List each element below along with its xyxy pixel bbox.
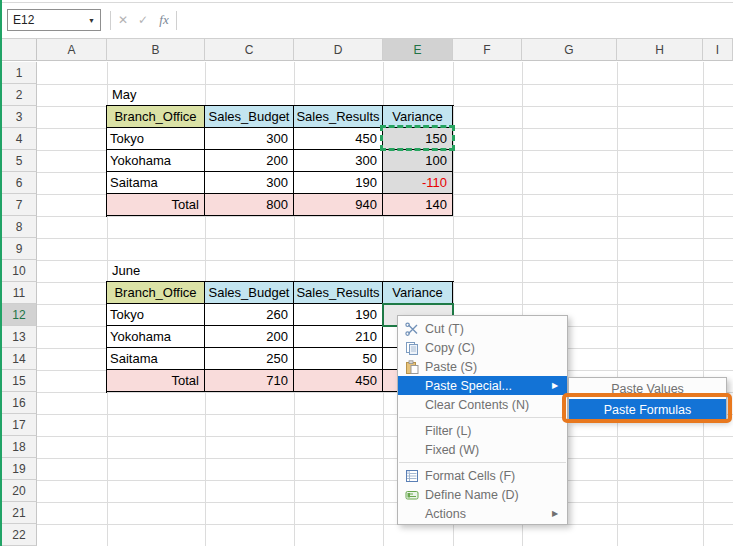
cell-B15[interactable]: Total xyxy=(107,370,205,392)
name-box[interactable]: E12 ▼ xyxy=(7,9,101,31)
row-header-5[interactable]: 5 xyxy=(2,150,37,172)
gridline xyxy=(37,458,733,459)
col-header-A[interactable]: A xyxy=(37,39,107,61)
col-header-I[interactable]: I xyxy=(703,39,733,61)
row-header-14[interactable]: 14 xyxy=(2,348,37,370)
row-header-19[interactable]: 19 xyxy=(2,458,37,480)
cell-C15[interactable]: 710 xyxy=(205,370,294,392)
cell-C7[interactable]: 800 xyxy=(205,194,294,216)
cell-E6[interactable]: -110 xyxy=(383,172,453,194)
row-header-2[interactable]: 2 xyxy=(2,84,37,106)
header-cell-E11[interactable]: Variance xyxy=(383,282,453,304)
cell-B6[interactable]: Saitama xyxy=(107,172,205,194)
menu-separator xyxy=(399,417,566,418)
menu-item-label: Fixed (W) xyxy=(425,443,552,457)
formula-bar[interactable] xyxy=(177,9,731,31)
cell-D14[interactable]: 50 xyxy=(294,348,383,370)
header-cell-B11[interactable]: Branch_Office xyxy=(107,282,205,304)
col-header-G[interactable]: G xyxy=(522,39,617,61)
cell-D5[interactable]: 300 xyxy=(294,150,383,172)
col-header-E[interactable]: E xyxy=(383,39,453,61)
cell-D4[interactable]: 450 xyxy=(294,128,383,150)
row-header-8[interactable]: 8 xyxy=(2,216,37,238)
row-header-7[interactable]: 7 xyxy=(2,194,37,216)
cell-C4[interactable]: 300 xyxy=(205,128,294,150)
cell-D12[interactable]: 190 xyxy=(294,304,383,326)
chevron-down-icon[interactable]: ▼ xyxy=(88,17,100,24)
menu-item-clear-contents-n[interactable]: Clear Contents (N) xyxy=(398,395,567,414)
menu-item-actions[interactable]: Actions▶ xyxy=(398,504,567,523)
col-header-F[interactable]: F xyxy=(453,39,522,61)
select-all-corner[interactable] xyxy=(2,39,37,61)
cell-B14[interactable]: Saitama xyxy=(107,348,205,370)
menu-item-label: Cut (T) xyxy=(425,322,552,336)
gridline xyxy=(37,84,733,85)
cell-D15[interactable]: 450 xyxy=(294,370,383,392)
menu-item-label: Copy (C) xyxy=(425,341,552,355)
header-cell-B3[interactable]: Branch_Office xyxy=(107,106,205,128)
menu-item-paste-special[interactable]: Paste Special...▶ xyxy=(398,376,567,395)
menu-item-cut-t[interactable]: Cut (T) xyxy=(398,319,567,338)
row-header-15[interactable]: 15 xyxy=(2,370,37,392)
col-header-B[interactable]: B xyxy=(107,39,205,61)
row-header-16[interactable]: 16 xyxy=(2,392,37,414)
menu-item-filter-l[interactable]: Filter (L) xyxy=(398,421,567,440)
cell-C12[interactable]: 260 xyxy=(205,304,294,326)
cell-D13[interactable]: 210 xyxy=(294,326,383,348)
cell-B4[interactable]: Tokyo xyxy=(107,128,205,150)
cell-B12[interactable]: Tokyo xyxy=(107,304,205,326)
row-header-12[interactable]: 12 xyxy=(2,304,37,326)
cell-D7[interactable]: 940 xyxy=(294,194,383,216)
row-header-20[interactable]: 20 xyxy=(2,480,37,502)
fx-icon[interactable]: fx xyxy=(154,9,174,31)
row-header-21[interactable]: 21 xyxy=(2,502,37,524)
cell-D6[interactable]: 190 xyxy=(294,172,383,194)
header-cell-C3[interactable]: Sales_Budget xyxy=(205,106,294,128)
cell-C13[interactable]: 200 xyxy=(205,326,294,348)
row-header-13[interactable]: 13 xyxy=(2,326,37,348)
cell-E5[interactable]: 100 xyxy=(383,150,453,172)
gridline xyxy=(37,480,733,481)
cell-B7[interactable]: Total xyxy=(107,194,205,216)
menu-item-label: Define Name (D) xyxy=(425,488,552,502)
header-cell-D3[interactable]: Sales_Results xyxy=(294,106,383,128)
col-header-C[interactable]: C xyxy=(205,39,294,61)
menu-item-label: Format Cells (F) xyxy=(425,469,552,483)
row-header-11[interactable]: 11 xyxy=(2,282,37,304)
name-box-value: E12 xyxy=(8,13,88,27)
row-header-4[interactable]: 4 xyxy=(2,128,37,150)
col-header-D[interactable]: D xyxy=(294,39,383,61)
cell-C6[interactable]: 300 xyxy=(205,172,294,194)
menu-item-label: Filter (L) xyxy=(425,424,552,438)
menu-item-label: Actions xyxy=(425,507,552,521)
row-header-9[interactable]: 9 xyxy=(2,238,37,260)
menu-separator xyxy=(399,462,566,463)
row-header-3[interactable]: 3 xyxy=(2,106,37,128)
row-header-1[interactable]: 1 xyxy=(2,62,37,84)
cell-B5[interactable]: Yokohama xyxy=(107,150,205,172)
cell-C5[interactable]: 200 xyxy=(205,150,294,172)
header-cell-D11[interactable]: Sales_Results xyxy=(294,282,383,304)
menu-item-fixed-w[interactable]: Fixed (W) xyxy=(398,440,567,459)
menu-item-define-name-d[interactable]: Define Name (D) xyxy=(398,485,567,504)
may-label: May xyxy=(112,84,137,106)
define-name-icon xyxy=(398,488,425,502)
submenu-arrow-icon: ▶ xyxy=(552,509,567,518)
menu-item-paste-s[interactable]: Paste (S) xyxy=(398,357,567,376)
copy-marquee-e4 xyxy=(380,125,455,151)
scissors-icon xyxy=(398,322,425,336)
col-header-H[interactable]: H xyxy=(617,39,703,61)
cell-B13[interactable]: Yokohama xyxy=(107,326,205,348)
row-header-18[interactable]: 18 xyxy=(2,436,37,458)
cell-C14[interactable]: 250 xyxy=(205,348,294,370)
row-header-6[interactable]: 6 xyxy=(2,172,37,194)
confirm-icon[interactable]: ✓ xyxy=(134,9,152,31)
row-header-10[interactable]: 10 xyxy=(2,260,37,282)
cancel-icon[interactable]: ✕ xyxy=(114,9,132,31)
menu-item-copy-c[interactable]: Copy (C) xyxy=(398,338,567,357)
header-cell-C11[interactable]: Sales_Budget xyxy=(205,282,294,304)
row-header-17[interactable]: 17 xyxy=(2,414,37,436)
menu-item-format-cells-f[interactable]: Format Cells (F) xyxy=(398,466,567,485)
cell-E7[interactable]: 140 xyxy=(383,194,453,216)
row-header-22[interactable]: 22 xyxy=(2,524,37,546)
